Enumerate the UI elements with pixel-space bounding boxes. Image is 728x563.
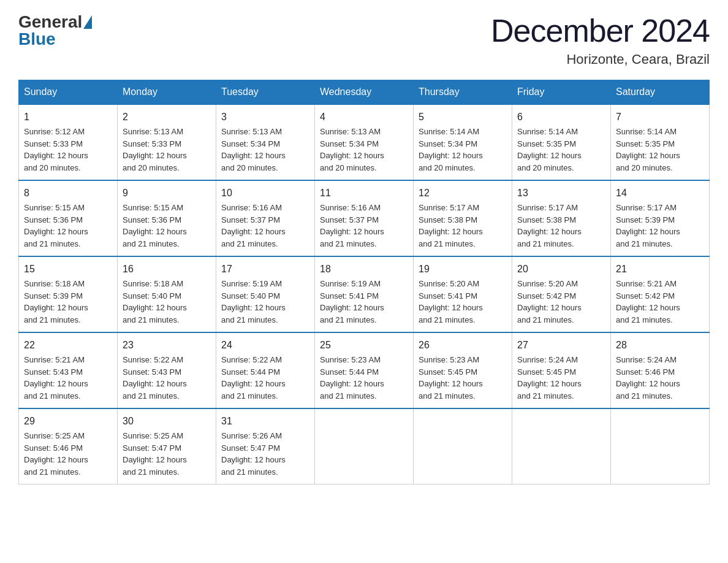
day-number: 22 <box>24 338 112 353</box>
header-monday: Monday <box>118 80 216 105</box>
day-number: 12 <box>419 186 507 201</box>
day-info: Sunrise: 5:23 AMSunset: 5:45 PMDaylight:… <box>419 354 507 402</box>
day-info: Sunrise: 5:14 AMSunset: 5:35 PMDaylight:… <box>616 126 704 174</box>
day-info: Sunrise: 5:18 AMSunset: 5:39 PMDaylight:… <box>24 278 112 326</box>
calendar-table: SundayMondayTuesdayWednesdayThursdayFrid… <box>18 80 710 484</box>
header-sunday: Sunday <box>19 80 118 105</box>
calendar-cell: 3Sunrise: 5:13 AMSunset: 5:34 PMDaylight… <box>216 104 315 180</box>
header-wednesday: Wednesday <box>315 80 414 105</box>
day-number: 19 <box>419 262 507 277</box>
day-info: Sunrise: 5:18 AMSunset: 5:40 PMDaylight:… <box>123 278 211 326</box>
calendar-cell: 29Sunrise: 5:25 AMSunset: 5:46 PMDayligh… <box>19 408 118 484</box>
calendar-cell: 31Sunrise: 5:26 AMSunset: 5:47 PMDayligh… <box>216 408 315 484</box>
day-info: Sunrise: 5:15 AMSunset: 5:36 PMDaylight:… <box>123 202 211 250</box>
month-title: December 2024 <box>491 12 710 49</box>
calendar-cell: 11Sunrise: 5:16 AMSunset: 5:37 PMDayligh… <box>315 180 414 256</box>
day-number: 27 <box>517 338 605 353</box>
day-info: Sunrise: 5:23 AMSunset: 5:44 PMDaylight:… <box>320 354 408 402</box>
day-info: Sunrise: 5:13 AMSunset: 5:33 PMDaylight:… <box>123 126 211 174</box>
day-info: Sunrise: 5:12 AMSunset: 5:33 PMDaylight:… <box>24 126 112 174</box>
calendar-week-row: 29Sunrise: 5:25 AMSunset: 5:46 PMDayligh… <box>19 408 710 484</box>
calendar-cell: 8Sunrise: 5:15 AMSunset: 5:36 PMDaylight… <box>19 180 118 256</box>
day-info: Sunrise: 5:13 AMSunset: 5:34 PMDaylight:… <box>320 126 408 174</box>
day-number: 24 <box>221 338 309 353</box>
calendar-cell: 21Sunrise: 5:21 AMSunset: 5:42 PMDayligh… <box>611 256 710 332</box>
calendar-cell <box>414 408 512 484</box>
day-info: Sunrise: 5:22 AMSunset: 5:43 PMDaylight:… <box>123 354 211 402</box>
title-section: December 2024 Horizonte, Ceara, Brazil <box>491 12 710 67</box>
day-info: Sunrise: 5:25 AMSunset: 5:47 PMDaylight:… <box>123 430 211 478</box>
day-number: 15 <box>24 262 112 277</box>
day-info: Sunrise: 5:20 AMSunset: 5:41 PMDaylight:… <box>419 278 507 326</box>
calendar-cell: 24Sunrise: 5:22 AMSunset: 5:44 PMDayligh… <box>216 332 315 408</box>
day-number: 21 <box>616 262 704 277</box>
calendar-cell: 23Sunrise: 5:22 AMSunset: 5:43 PMDayligh… <box>118 332 216 408</box>
day-number: 17 <box>221 262 309 277</box>
day-info: Sunrise: 5:24 AMSunset: 5:45 PMDaylight:… <box>517 354 605 402</box>
logo-blue-text: Blue <box>18 29 56 49</box>
calendar-cell <box>512 408 611 484</box>
calendar-cell: 26Sunrise: 5:23 AMSunset: 5:45 PMDayligh… <box>414 332 512 408</box>
calendar-cell: 12Sunrise: 5:17 AMSunset: 5:38 PMDayligh… <box>414 180 512 256</box>
header-tuesday: Tuesday <box>216 80 315 105</box>
calendar-cell: 18Sunrise: 5:19 AMSunset: 5:41 PMDayligh… <box>315 256 414 332</box>
day-number: 4 <box>320 110 408 124</box>
header-thursday: Thursday <box>414 80 512 105</box>
day-number: 31 <box>221 414 309 429</box>
calendar-cell: 19Sunrise: 5:20 AMSunset: 5:41 PMDayligh… <box>414 256 512 332</box>
day-number: 23 <box>123 338 211 353</box>
day-number: 25 <box>320 338 408 353</box>
day-number: 26 <box>419 338 507 353</box>
day-info: Sunrise: 5:21 AMSunset: 5:43 PMDaylight:… <box>24 354 112 402</box>
day-info: Sunrise: 5:20 AMSunset: 5:42 PMDaylight:… <box>517 278 605 326</box>
day-number: 8 <box>24 186 112 201</box>
logo: General Blue <box>18 12 92 49</box>
header-friday: Friday <box>512 80 611 105</box>
calendar-week-row: 1Sunrise: 5:12 AMSunset: 5:33 PMDaylight… <box>19 104 710 180</box>
day-info: Sunrise: 5:17 AMSunset: 5:39 PMDaylight:… <box>616 202 704 250</box>
day-number: 14 <box>616 186 704 201</box>
calendar-cell: 15Sunrise: 5:18 AMSunset: 5:39 PMDayligh… <box>19 256 118 332</box>
day-number: 30 <box>123 414 211 429</box>
calendar-cell: 28Sunrise: 5:24 AMSunset: 5:46 PMDayligh… <box>611 332 710 408</box>
day-number: 2 <box>123 110 211 124</box>
calendar-cell: 30Sunrise: 5:25 AMSunset: 5:47 PMDayligh… <box>118 408 216 484</box>
day-info: Sunrise: 5:14 AMSunset: 5:34 PMDaylight:… <box>419 126 507 174</box>
calendar-cell: 9Sunrise: 5:15 AMSunset: 5:36 PMDaylight… <box>118 180 216 256</box>
calendar-week-row: 15Sunrise: 5:18 AMSunset: 5:39 PMDayligh… <box>19 256 710 332</box>
day-number: 10 <box>221 186 309 201</box>
calendar-cell: 1Sunrise: 5:12 AMSunset: 5:33 PMDaylight… <box>19 104 118 180</box>
page-header: General Blue December 2024 Horizonte, Ce… <box>18 12 710 67</box>
day-info: Sunrise: 5:13 AMSunset: 5:34 PMDaylight:… <box>221 126 309 174</box>
day-number: 18 <box>320 262 408 277</box>
day-number: 20 <box>517 262 605 277</box>
calendar-cell: 6Sunrise: 5:14 AMSunset: 5:35 PMDaylight… <box>512 104 611 180</box>
calendar-cell: 20Sunrise: 5:20 AMSunset: 5:42 PMDayligh… <box>512 256 611 332</box>
day-number: 5 <box>419 110 507 124</box>
logo-triangle-icon <box>83 15 92 29</box>
calendar-header-row: SundayMondayTuesdayWednesdayThursdayFrid… <box>19 80 710 105</box>
day-info: Sunrise: 5:17 AMSunset: 5:38 PMDaylight:… <box>419 202 507 250</box>
calendar-cell: 10Sunrise: 5:16 AMSunset: 5:37 PMDayligh… <box>216 180 315 256</box>
day-number: 9 <box>123 186 211 201</box>
day-info: Sunrise: 5:16 AMSunset: 5:37 PMDaylight:… <box>221 202 309 250</box>
calendar-cell <box>315 408 414 484</box>
calendar-cell: 22Sunrise: 5:21 AMSunset: 5:43 PMDayligh… <box>19 332 118 408</box>
day-number: 7 <box>616 110 704 124</box>
calendar-cell: 5Sunrise: 5:14 AMSunset: 5:34 PMDaylight… <box>414 104 512 180</box>
day-number: 28 <box>616 338 704 353</box>
day-number: 1 <box>24 110 112 124</box>
day-number: 16 <box>123 262 211 277</box>
day-info: Sunrise: 5:15 AMSunset: 5:36 PMDaylight:… <box>24 202 112 250</box>
day-info: Sunrise: 5:24 AMSunset: 5:46 PMDaylight:… <box>616 354 704 402</box>
day-number: 11 <box>320 186 408 201</box>
calendar-week-row: 22Sunrise: 5:21 AMSunset: 5:43 PMDayligh… <box>19 332 710 408</box>
day-info: Sunrise: 5:19 AMSunset: 5:40 PMDaylight:… <box>221 278 309 326</box>
day-number: 6 <box>517 110 605 124</box>
day-number: 3 <box>221 110 309 124</box>
calendar-week-row: 8Sunrise: 5:15 AMSunset: 5:36 PMDaylight… <box>19 180 710 256</box>
calendar-cell: 4Sunrise: 5:13 AMSunset: 5:34 PMDaylight… <box>315 104 414 180</box>
calendar-cell: 27Sunrise: 5:24 AMSunset: 5:45 PMDayligh… <box>512 332 611 408</box>
day-info: Sunrise: 5:25 AMSunset: 5:46 PMDaylight:… <box>24 430 112 478</box>
calendar-cell: 13Sunrise: 5:17 AMSunset: 5:38 PMDayligh… <box>512 180 611 256</box>
